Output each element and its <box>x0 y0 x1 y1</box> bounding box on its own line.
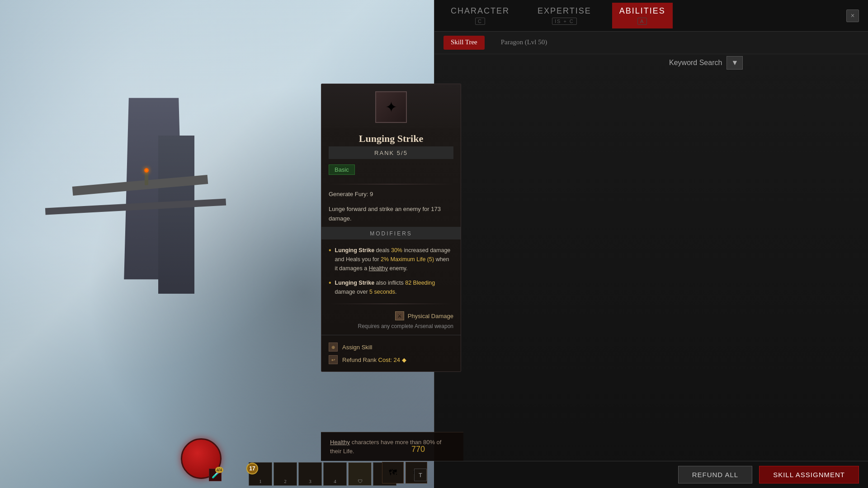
divider-1 <box>329 184 453 184</box>
tab-skill-tree[interactable]: Skill Tree <box>443 36 485 50</box>
keyword-search-dropdown[interactable]: ▼ <box>726 56 743 70</box>
potion-area: 🧪 4/4 <box>209 469 222 481</box>
modifier-2: • Lunging Strike also inflicts 82 Bleedi… <box>321 277 461 300</box>
hotbar-slot-5[interactable]: 🛡 <box>348 462 372 486</box>
modifier-1: • Lunging Strike deals 30% increased dam… <box>321 244 461 277</box>
skill-icon-large: ✦ <box>375 91 407 123</box>
level-badge: 17 <box>246 463 258 474</box>
modifier-2-bullet: • <box>329 279 331 296</box>
hotbar-slot-4[interactable]: 4 <box>323 462 347 486</box>
tab-expertise[interactable]: EXPERTISE IS + C <box>530 3 599 28</box>
modifiers-header: MODIFIERS <box>321 227 461 239</box>
skill-description: Lunge forward and strike an enemy for 17… <box>321 203 461 227</box>
hotbar: 1 2 3 4 🛡 ⚔ <box>249 462 396 486</box>
refund-rank-icon: ↩ <box>329 355 338 364</box>
assign-skill-icon: ⊕ <box>329 343 338 352</box>
modifiers-header-text: MODIFIERS <box>370 230 412 237</box>
hotbar-slot-2[interactable]: 2 <box>274 462 297 486</box>
skill-rank-bar: RANK 5/5 <box>329 146 453 159</box>
currency-display: 770 <box>411 445 425 454</box>
mini-icon-1[interactable]: 🗺 <box>382 462 404 483</box>
right-panel: CHARACTER C EXPERTISE IS + C ABILITIES A… <box>434 0 868 488</box>
divider-2 <box>329 304 453 304</box>
modifier-1-bullet: • <box>329 246 331 273</box>
potion-count: 4/4 <box>215 467 223 473</box>
requires-text: Requires any complete Arsenal weapon <box>321 322 461 335</box>
physical-damage-row: ⚔ Physical Damage <box>321 308 461 322</box>
physical-damage-icon: ⚔ <box>395 311 404 320</box>
skill-name: Lunging Strike <box>321 128 461 146</box>
skill-rank-text: RANK 5/5 <box>374 150 408 156</box>
tab-paragon[interactable]: Paragon (Lvl 50) <box>494 36 554 50</box>
assign-skill-label: Assign Skill <box>342 344 372 351</box>
close-button[interactable]: × <box>846 9 859 22</box>
t-key-badge[interactable]: T <box>414 469 427 481</box>
physical-damage-label: Physical Damage <box>408 313 453 319</box>
skill-assignment-button[interactable]: Skill Assignment <box>759 466 859 483</box>
skill-actions: ⊕ Assign Skill ↩ Refund Rank Cost: 24 ◆ <box>321 335 461 371</box>
footer-tooltip-text: Healthy characters have more than 80% of… <box>330 438 454 455</box>
tab-abilities[interactable]: ABILITIES A <box>612 3 673 28</box>
keyword-search-area: Keyword Search ▼ <box>669 56 868 70</box>
keyword-search-label: Keyword Search <box>669 59 722 67</box>
skill-generate-fury: Generate Fury: 9 <box>321 188 461 203</box>
refund-rank-label: Refund Rank Cost: 24 ◆ <box>342 357 406 363</box>
refund-all-button[interactable]: Refund All <box>678 466 753 483</box>
skill-icon-header: ✦ <box>321 84 461 128</box>
assign-skill-action[interactable]: ⊕ Assign Skill <box>329 341 453 353</box>
top-nav: CHARACTER C EXPERTISE IS + C ABILITIES A… <box>434 0 868 32</box>
potion-slot[interactable]: 🧪 4/4 <box>209 469 222 481</box>
footer-tooltip: Healthy characters have more than 80% of… <box>321 432 463 461</box>
sub-nav: Skill Tree Paragon (Lvl 50) <box>434 32 868 54</box>
refund-rank-action[interactable]: ↩ Refund Rank Cost: 24 ◆ <box>329 353 453 366</box>
modifier-2-text: Lunging Strike also inflicts 82 Bleeding… <box>335 278 453 296</box>
hotbar-slot-3[interactable]: 3 <box>298 462 322 486</box>
skill-type-badge: Basic <box>329 164 355 175</box>
panel-bottom-buttons: Refund All Skill Assignment <box>434 461 868 488</box>
tab-character[interactable]: CHARACTER C <box>443 3 517 28</box>
modifier-1-text: Lunging Strike deals 30% increased damag… <box>335 246 453 273</box>
skill-info-panel: ✦ Lunging Strike RANK 5/5 Basic Generate… <box>321 84 461 372</box>
